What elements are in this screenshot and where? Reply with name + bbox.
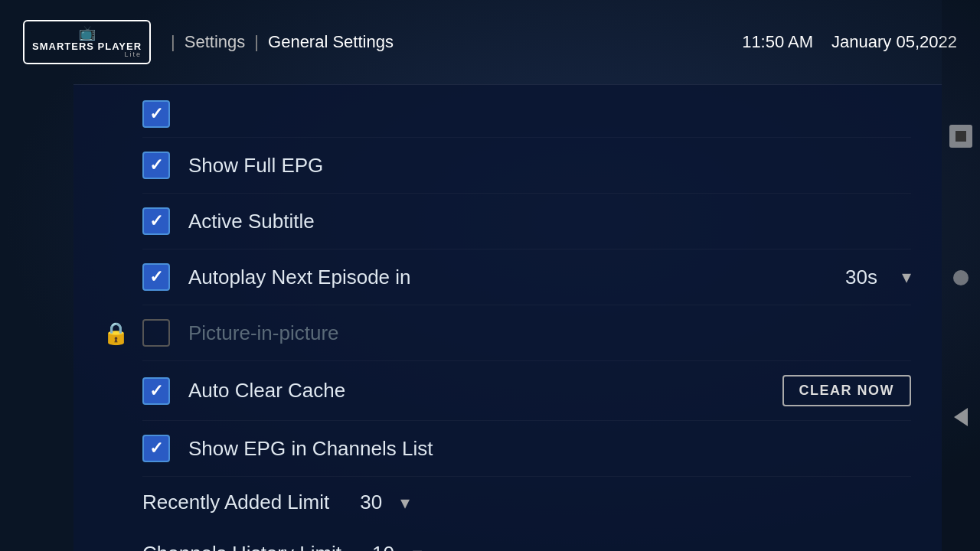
- main-panel: ✓ ✓ Show Full EPG ✓ Active Subtitle ✓ Au…: [74, 84, 942, 551]
- active-subtitle-label: Active Subtitle: [188, 210, 911, 233]
- active-subtitle-checkbox[interactable]: ✓: [142, 207, 170, 235]
- auto-clear-cache-checkbox[interactable]: ✓: [142, 377, 170, 405]
- pip-checkbox: [142, 319, 170, 347]
- check-icon: ✓: [149, 157, 163, 174]
- check-icon: ✓: [149, 269, 163, 285]
- pip-label: Picture-in-picture: [188, 321, 911, 345]
- auto-clear-cache-label: Auto Clear Cache: [188, 379, 756, 403]
- clear-now-button[interactable]: CLEAR NOW: [782, 375, 912, 406]
- check-icon: ✓: [149, 440, 163, 457]
- scroll-indicator: [953, 270, 969, 285]
- show-epg-channels-checkbox[interactable]: ✓: [142, 435, 170, 462]
- recently-added-label: Recently Added Limit: [142, 491, 329, 514]
- breadcrumb: | Settings | General Settings: [171, 32, 394, 52]
- channels-history-value: 10: [372, 542, 394, 551]
- breadcrumb-settings[interactable]: Settings: [185, 32, 246, 52]
- partial-setting-row: ✓: [142, 100, 911, 138]
- recently-added-chevron-icon[interactable]: ▾: [400, 492, 410, 514]
- channels-history-chevron-icon[interactable]: ▾: [413, 543, 422, 552]
- right-controls: [942, 0, 980, 551]
- setting-row-autoplay: ✓ Autoplay Next Episode in 30s ▾: [142, 249, 911, 305]
- header: 📺 SMARTERS PLAYER Lite | Settings | Gene…: [0, 0, 980, 84]
- channels-history-row: Channels History Limit 10 ▾: [142, 528, 911, 551]
- check-icon: ✓: [149, 213, 163, 230]
- logo-box: 📺 SMARTERS PLAYER Lite: [23, 20, 151, 64]
- back-button[interactable]: [954, 408, 968, 426]
- logo-area: 📺 SMARTERS PLAYER Lite | Settings | Gene…: [23, 20, 394, 64]
- settings-list: ✓ ✓ Show Full EPG ✓ Active Subtitle ✓ Au…: [142, 100, 911, 551]
- setting-row-active-subtitle: ✓ Active Subtitle: [142, 194, 911, 249]
- check-icon: ✓: [149, 106, 163, 122]
- recently-added-row: Recently Added Limit 30 ▾: [142, 477, 911, 528]
- channels-history-label: Channels History Limit: [142, 542, 341, 551]
- setting-row-show-full-epg: ✓ Show Full EPG: [142, 138, 911, 194]
- date-display: January 05,2022: [831, 32, 957, 52]
- setting-row-auto-clear-cache: ✓ Auto Clear Cache CLEAR NOW: [142, 361, 911, 421]
- show-full-epg-checkbox[interactable]: ✓: [142, 152, 170, 179]
- show-epg-channels-label: Show EPG in Channels List: [188, 437, 911, 461]
- stop-icon: [956, 131, 966, 142]
- antenna-icon: 📺: [79, 26, 96, 40]
- sep2: |: [254, 32, 259, 52]
- breadcrumb-general-settings: General Settings: [268, 32, 394, 52]
- setting-row-show-epg-channels: ✓ Show EPG in Channels List: [142, 421, 911, 477]
- clock-display: 11:50 AM: [742, 32, 813, 52]
- header-time: 11:50 AM January 05,2022: [742, 32, 957, 52]
- autoplay-checkbox[interactable]: ✓: [142, 263, 170, 291]
- sep1: |: [171, 32, 175, 52]
- lock-icon: 🔒: [103, 321, 129, 346]
- recently-added-value: 30: [360, 491, 382, 514]
- autoplay-label: Autoplay Next Episode in: [188, 266, 827, 289]
- brand-subtitle: Lite: [125, 51, 142, 58]
- check-icon: ✓: [149, 383, 163, 399]
- show-full-epg-label: Show Full EPG: [188, 154, 911, 178]
- setting-row-pip: 🔒 Picture-in-picture: [142, 305, 911, 361]
- stop-button[interactable]: [949, 125, 972, 148]
- autoplay-value: 30s: [845, 266, 877, 289]
- partial-checkbox[interactable]: ✓: [142, 100, 170, 128]
- autoplay-chevron-icon[interactable]: ▾: [902, 266, 911, 288]
